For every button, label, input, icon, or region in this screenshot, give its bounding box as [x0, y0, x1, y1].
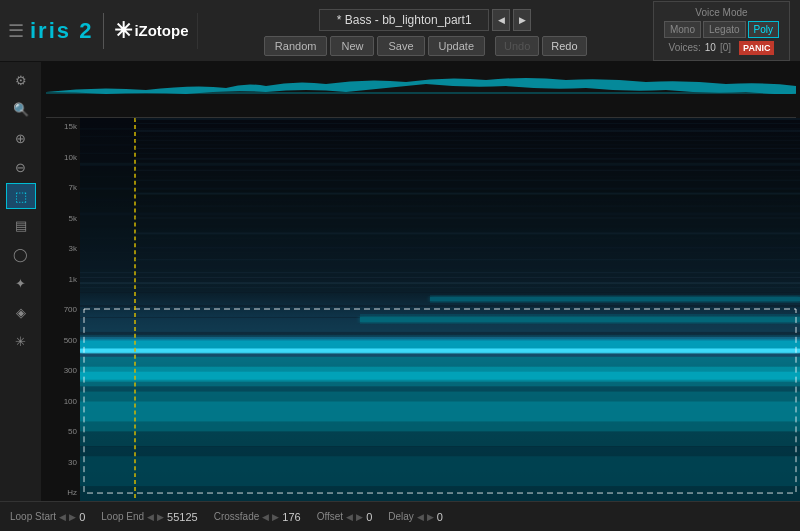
loop-end-group: Loop End ◀ ▶ 55125 [101, 511, 197, 523]
preset-prev-btn[interactable]: ◀ [492, 9, 510, 31]
spectrogram-wrapper: 15k 10k 7k 5k 3k 1k 700 500 300 100 50 3… [42, 118, 800, 501]
svg-rect-48 [135, 148, 800, 149]
tag-icon[interactable]: ◈ [6, 299, 36, 325]
save-button[interactable]: Save [377, 36, 424, 56]
loop-start-arrow-left[interactable]: ◀ [59, 512, 66, 522]
loop-start-value: 0 [79, 511, 85, 523]
svg-rect-40 [80, 287, 800, 288]
freq-30: 30 [42, 458, 77, 467]
main-content: ⚙ 🔍 ⊕ ⊖ ⬚ ▤ ◯ ✦ ◈ ✳ [0, 62, 800, 501]
svg-rect-37 [80, 118, 800, 337]
select-tool-icon[interactable]: ⬚ [6, 183, 36, 209]
waveform-container [46, 66, 796, 118]
menu-icon[interactable]: ☰ [8, 20, 24, 42]
divider-line [103, 13, 104, 49]
center-controls: * Bass - bb_lighton_part1 ◀ ▶ Random New… [198, 5, 653, 56]
iris-logo: iris 2 [30, 18, 93, 44]
redo-button[interactable]: Redo [542, 36, 586, 56]
svg-rect-47 [135, 140, 800, 141]
freq-7k: 7k [42, 183, 77, 192]
loop-end-label: Loop End [101, 511, 144, 522]
poly-btn[interactable]: Poly [748, 21, 779, 38]
loop-end-arrow-left[interactable]: ◀ [147, 512, 154, 522]
freq-1k: 1k [42, 275, 77, 284]
preset-row: * Bass - bb_lighton_part1 ◀ ▶ [319, 9, 531, 31]
svg-rect-38 [80, 277, 800, 278]
loop-end-value: 55125 [167, 511, 198, 523]
delay-value: 0 [437, 511, 443, 523]
svg-rect-36 [80, 456, 800, 486]
zoom-in-icon[interactable]: ⊕ [6, 125, 36, 151]
freq-300: 300 [42, 366, 77, 375]
spectrogram-canvas[interactable] [80, 118, 800, 501]
crossfade-label: Crossfade [214, 511, 260, 522]
new-button[interactable]: New [330, 36, 374, 56]
svg-rect-39 [80, 282, 800, 284]
svg-rect-34 [80, 402, 800, 422]
loop-start-arrow-right[interactable]: ▶ [69, 512, 76, 522]
undo-button[interactable]: Undo [495, 36, 539, 56]
fx-icon[interactable]: ✳ [6, 328, 36, 354]
loop-end-arrow-right[interactable]: ▶ [157, 512, 164, 522]
svg-rect-45 [135, 123, 800, 124]
update-button[interactable]: Update [428, 36, 485, 56]
logo-section: ☰ iris 2 ✳ iZotope [0, 13, 198, 49]
freq-100: 100 [42, 397, 77, 406]
voice-mode-buttons: Mono Legato Poly [664, 21, 779, 38]
voices-bracket: [0] [720, 42, 731, 53]
delay-arrow-right[interactable]: ▶ [427, 512, 434, 522]
crossfade-group: Crossfade ◀ ▶ 176 [214, 511, 301, 523]
offset-arrow-right[interactable]: ▶ [356, 512, 363, 522]
offset-group: Offset ◀ ▶ 0 [317, 511, 373, 523]
svg-rect-51 [135, 180, 800, 181]
zoom-out-icon[interactable]: ⊖ [6, 154, 36, 180]
voice-mode-section: Voice Mode Mono Legato Poly Voices: 10 [… [653, 1, 790, 61]
loop-start-label: Loop Start [10, 511, 56, 522]
preset-next-btn[interactable]: ▶ [513, 9, 531, 31]
freq-3k: 3k [42, 244, 77, 253]
lasso-icon[interactable]: ◯ [6, 241, 36, 267]
voices-row: Voices: 10 [0] PANIC [664, 41, 779, 55]
delay-arrow-left[interactable]: ◀ [417, 512, 424, 522]
svg-rect-54 [135, 217, 800, 218]
izotope-text: iZotope [134, 22, 188, 39]
random-button[interactable]: Random [264, 36, 328, 56]
voice-mode-label: Voice Mode [664, 7, 779, 18]
offset-label: Offset [317, 511, 344, 522]
voices-label: Voices: [669, 42, 701, 53]
freq-10k: 10k [42, 153, 77, 162]
freq-700: 700 [42, 305, 77, 314]
svg-rect-53 [135, 206, 800, 207]
mono-btn[interactable]: Mono [664, 21, 701, 38]
waveform-svg [46, 66, 796, 117]
crossfade-arrow-left[interactable]: ◀ [262, 512, 269, 522]
svg-rect-31 [80, 349, 800, 353]
grid-icon[interactable]: ▤ [6, 212, 36, 238]
svg-rect-50 [135, 170, 800, 171]
svg-rect-55 [135, 232, 800, 234]
freq-500: 500 [42, 336, 77, 345]
legato-btn[interactable]: Legato [703, 21, 746, 38]
crossfade-arrow-right[interactable]: ▶ [272, 512, 279, 522]
crossfade-value: 176 [282, 511, 300, 523]
settings-icon[interactable]: ⚙ [6, 67, 36, 93]
freq-hz: Hz [42, 488, 77, 497]
freq-5k: 5k [42, 214, 77, 223]
offset-arrow-left[interactable]: ◀ [346, 512, 353, 522]
freq-50: 50 [42, 427, 77, 436]
freq-labels: 15k 10k 7k 5k 3k 1k 700 500 300 100 50 3… [42, 118, 80, 501]
wand-icon[interactable]: ✦ [6, 270, 36, 296]
svg-rect-49 [135, 158, 800, 160]
offset-value: 0 [366, 511, 372, 523]
delay-group: Delay ◀ ▶ 0 [388, 511, 443, 523]
spectrogram-section: 15k 10k 7k 5k 3k 1k 700 500 300 100 50 3… [42, 62, 800, 501]
svg-rect-57 [135, 259, 800, 260]
action-row: Random New Save Update Undo Redo [264, 36, 587, 56]
svg-rect-30 [80, 372, 800, 380]
app-container: ☰ iris 2 ✳ iZotope * Bass - bb_lighton_p… [0, 0, 800, 531]
panic-button[interactable]: PANIC [739, 41, 774, 55]
voices-count: 10 [705, 42, 716, 53]
preset-name-display: * Bass - bb_lighton_part1 [319, 9, 489, 31]
svg-rect-56 [135, 247, 800, 248]
search-icon[interactable]: 🔍 [6, 96, 36, 122]
